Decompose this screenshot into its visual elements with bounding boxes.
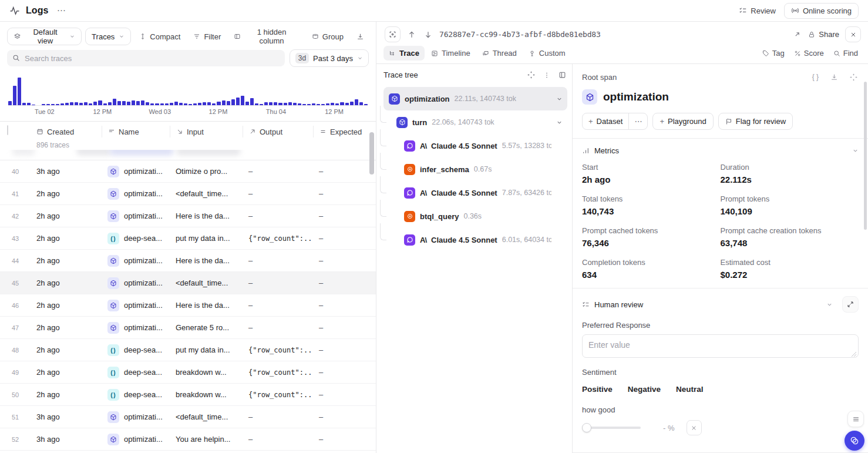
histogram-bar <box>359 102 363 105</box>
download-icon[interactable] <box>829 72 839 82</box>
axis-tick-label: Tue 02 <box>35 108 55 115</box>
comments-menu-button[interactable] <box>847 411 864 427</box>
prev-trace-button[interactable] <box>406 29 417 40</box>
tab-timeline[interactable]: Timeline <box>426 46 476 61</box>
score-value: - % <box>663 424 675 432</box>
table-row[interactable]: 49 2h ago () deep-sea... breakdown w... … <box>0 361 376 384</box>
histogram-bar <box>345 103 349 105</box>
chevron-down-icon[interactable] <box>826 301 833 308</box>
cell-name: optimizati... <box>102 434 170 445</box>
cell-output: {"row_count":... <box>243 234 313 243</box>
tag-button[interactable]: Tag <box>758 46 789 60</box>
compact-button[interactable]: Compact <box>134 28 185 45</box>
table-row[interactable]: 45 2h ago optimizati... <default_time...… <box>0 272 376 294</box>
trace-tree-node[interactable]: turn 22.06s, 140743 tok <box>383 110 567 134</box>
tab-custom[interactable]: Custom <box>523 46 571 61</box>
trace-tree-node[interactable]: A\ Claude 4.5 Sonnet 6.01s, 64034 tok <box>383 228 567 251</box>
histogram-bar <box>189 104 192 105</box>
trace-tree-node[interactable]: A\ Claude 4.5 Sonnet 7.87s, 63426 tok <box>383 181 567 204</box>
traces-histogram: Tue 0212 PMWed 0312 PMThu 0412 PM <box>8 74 368 116</box>
table-row[interactable]: 40 3h ago optimizati... Otimize o pro...… <box>0 160 376 183</box>
chevron-down-icon[interactable] <box>852 147 859 154</box>
table-row[interactable]: 41 2h ago optimizati... <default_time...… <box>0 183 376 205</box>
flag-for-review-button[interactable]: Flag for review <box>718 113 793 130</box>
trace-tree-node[interactable]: optimization 22.11s, 140743 tok <box>383 87 567 110</box>
column-header-expected[interactable]: Expected <box>313 126 376 137</box>
add-to-playground-button[interactable]: +Playground <box>652 113 713 130</box>
trace-tree-node[interactable]: btql_query 0.36s <box>383 204 567 228</box>
chevron-down-icon[interactable] <box>556 119 563 126</box>
histogram-bar <box>288 102 292 105</box>
sentiment-option-neutral[interactable]: Neutral <box>676 384 704 395</box>
span-type-icon <box>396 117 408 128</box>
cell-output: {"row_count":... <box>243 346 313 354</box>
focus-span-button[interactable] <box>385 26 401 42</box>
time-range-selector[interactable]: 3d Past 3 days <box>290 49 369 67</box>
trace-tree: Trace tree optimization 22.11s, 140743 t… <box>376 64 573 453</box>
dataset-more-button[interactable]: ⋯ <box>628 113 647 129</box>
close-panel-button[interactable] <box>845 26 861 42</box>
traces-selector[interactable]: Traces <box>85 28 131 45</box>
cell-name: optimizati... <box>102 166 170 177</box>
table-row[interactable]: 48 2h ago () deep-sea... put my data in.… <box>0 339 376 361</box>
search-input[interactable] <box>7 50 285 66</box>
expand-review-button[interactable] <box>842 296 859 313</box>
expand-all-icon[interactable] <box>526 70 536 80</box>
find-button[interactable]: Find <box>829 46 862 60</box>
sentiment-option-negative[interactable]: Negative <box>628 384 661 395</box>
group-button[interactable]: Group <box>307 28 348 45</box>
select-all-checkbox[interactable] <box>7 125 8 135</box>
preferred-response-input[interactable] <box>582 334 859 358</box>
histogram-bar <box>122 101 126 105</box>
column-header-created[interactable]: Created <box>31 126 102 137</box>
column-header-name[interactable]: Name <box>102 126 170 137</box>
json-view-icon[interactable]: { } <box>811 72 820 82</box>
share-button[interactable]: Share <box>808 30 839 39</box>
tab-trace[interactable]: Trace <box>383 46 425 61</box>
table-row[interactable]: 42 2h ago optimizati... Here is the da..… <box>0 205 376 227</box>
view-selector[interactable]: Default view <box>7 28 82 45</box>
histogram-bar <box>307 104 311 105</box>
table-row[interactable]: 43 2h ago () deep-sea... put my data in.… <box>0 227 376 250</box>
open-fullscreen-icon[interactable] <box>792 29 802 39</box>
clear-score-button[interactable] <box>687 420 702 435</box>
table-row[interactable]: 47 2h ago optimizati... Generate 5 ro...… <box>0 317 376 339</box>
score-button[interactable]: Score <box>790 46 828 60</box>
left-scrollbar[interactable] <box>369 132 374 175</box>
table-row[interactable]: 52 3h ago optimizati... You are helpin..… <box>0 428 376 451</box>
span-type-icon <box>107 300 119 311</box>
export-button[interactable] <box>352 28 369 45</box>
right-scrollbar[interactable] <box>864 82 867 230</box>
histogram-bar <box>260 104 263 105</box>
expand-icon[interactable] <box>849 72 859 82</box>
assistant-fab[interactable] <box>845 431 864 451</box>
trace-tree-node[interactable]: A\ Claude 4.5 Sonnet 5.57s, 13283 tok <box>383 134 567 157</box>
collapse-panel-icon[interactable] <box>557 70 567 80</box>
column-header-input[interactable]: Input <box>170 126 243 137</box>
column-header-output[interactable]: Output <box>243 126 313 137</box>
table-row[interactable]: 44 2h ago optimizati... Here is the da..… <box>0 250 376 272</box>
chevron-down-icon[interactable] <box>556 96 563 102</box>
trace-id: 762887e7-cc99-4b73-afbf-d8bde81ebd83 <box>439 30 601 39</box>
hidden-column-button[interactable]: 1 hidden column <box>229 28 304 45</box>
add-to-dataset-button[interactable]: +Dataset <box>583 113 628 129</box>
next-trace-button[interactable] <box>423 29 433 40</box>
filter-button[interactable]: Filter <box>189 28 226 45</box>
table-row[interactable]: 50 2h ago () deep-sea... breakdown w... … <box>0 384 376 406</box>
trace-tree-node[interactable]: infer_schema 0.67s <box>383 157 567 181</box>
online-scoring-button[interactable]: Online scoring <box>784 3 859 19</box>
table-row[interactable]: 51 3h ago optimizati... <default_time...… <box>0 406 376 428</box>
partially-scrolled-row <box>0 150 376 160</box>
sentiment-option-positive[interactable]: Positive <box>582 384 613 395</box>
search-icon <box>12 54 20 62</box>
cell-created: 3h ago <box>31 435 102 444</box>
tree-menu-icon[interactable] <box>542 71 551 80</box>
tab-thread[interactable]: Thread <box>477 46 522 61</box>
page-menu-button[interactable]: ⋯ <box>55 4 68 17</box>
slider-thumb[interactable] <box>582 423 591 432</box>
review-button[interactable]: Review <box>739 6 776 15</box>
table-row[interactable]: 46 2h ago optimizati... Here is the da..… <box>0 294 376 317</box>
logs-list-panel: Default view Traces Compact Filter 1 hid… <box>0 22 376 453</box>
metric-start: Start2h ago <box>582 163 721 184</box>
score-slider[interactable] <box>582 423 641 432</box>
